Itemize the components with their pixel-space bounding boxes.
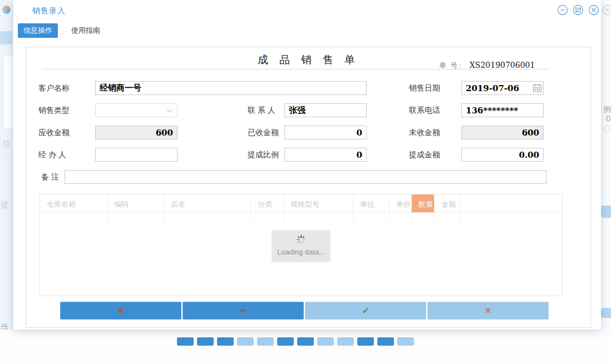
background-text: 信 <box>3 139 11 149</box>
spinner-icon <box>296 237 306 246</box>
cancel-button[interactable]: ✕ <box>427 302 549 320</box>
background-page-left: 信 提 当 <box>0 0 13 330</box>
form-row: 销售类型 联 系 人 联系电话 <box>26 99 590 122</box>
background-clock-icon <box>603 126 610 132</box>
received-amount-label: 已收金额 <box>248 128 279 138</box>
dialog-titlebar: 销售录入 <box>13 0 601 21</box>
form-row: 应收金额 已收金额 未收金额 <box>26 122 590 144</box>
order-number-value: XS20190706001 <box>470 61 535 69</box>
receivable-amount-input <box>95 126 178 139</box>
background-button-fragment <box>257 337 274 346</box>
background-button-fragment <box>177 337 194 346</box>
background-divider <box>2 176 13 177</box>
background-page-right: 例 0 <box>601 0 611 330</box>
background-button-fragment <box>237 337 254 346</box>
order-number-label: 单 号: <box>439 61 462 69</box>
sales-date-input[interactable] <box>461 81 544 95</box>
title-divider <box>42 69 549 69</box>
remark-input[interactable] <box>65 170 546 184</box>
screen: 信 提 当 例 0 销售录入 <box>0 0 611 364</box>
col-spec-model: 规格型号 <box>283 195 353 212</box>
commission-amount-input[interactable] <box>461 148 544 162</box>
sales-date-field <box>461 81 544 95</box>
dialog-title: 销售录入 <box>32 6 66 16</box>
col-code: 编码 <box>107 195 164 212</box>
app-logo-icon <box>2 6 11 14</box>
background-page-bottom <box>0 330 611 364</box>
handler-input[interactable] <box>95 148 178 162</box>
close-icon[interactable] <box>588 4 599 16</box>
background-button-fragment <box>197 337 214 346</box>
confirm-button[interactable]: ✓ <box>305 302 426 320</box>
form-row: 备 注 <box>26 166 590 188</box>
form-row: 客户名称 销售日期 <box>26 77 590 99</box>
background-divider <box>2 157 13 158</box>
tab-bar: 信息操作 使用指南 <box>18 23 106 38</box>
background-button-fragment <box>297 337 314 346</box>
background-text: 当 <box>0 322 8 330</box>
handler-label: 经 办 人 <box>38 150 66 160</box>
commission-ratio-input[interactable] <box>284 148 367 162</box>
col-category: 分类 <box>250 195 283 212</box>
col-amount: 金额 <box>434 195 459 212</box>
background-text: 提 <box>1 200 9 210</box>
background-button-fragment <box>397 337 414 346</box>
background-panel-edge <box>3 56 13 129</box>
background-divider <box>2 222 13 223</box>
background-button-edge <box>601 206 611 218</box>
sales-form-panel: 成 品 销 售 单 单 号: XS20190706001 客户名称 销售日期 <box>26 47 591 328</box>
remark-label: 备 注 <box>41 172 59 182</box>
background-divider <box>2 240 13 241</box>
commission-amount-label: 提成金额 <box>409 150 440 160</box>
contact-phone-label: 联系电话 <box>409 106 440 116</box>
sales-entry-dialog: 销售录入 信息操作 使用指南 成 品 销 售 单 单 号: XS201 <box>13 0 601 330</box>
background-close-icon <box>602 4 611 18</box>
background-button-fragment <box>217 337 234 346</box>
customer-name-label: 客户名称 <box>38 83 70 93</box>
minimize-icon[interactable] <box>557 4 568 16</box>
background-button-edge <box>601 308 611 318</box>
line-items-table: 仓库名称 编码 品名 分类 规格型号 单位 单价 数量 金额 <box>40 194 563 296</box>
table-header-row: 仓库名称 编码 品名 分类 规格型号 单位 单价 数量 金额 <box>40 195 562 213</box>
window-controls <box>557 4 599 16</box>
background-bottom-buttons <box>177 337 414 346</box>
loading-indicator: Loading data... <box>272 230 331 262</box>
restore-icon[interactable] <box>573 4 584 16</box>
table-empty-row <box>40 213 562 224</box>
tab-info-operation[interactable]: 信息操作 <box>18 23 58 38</box>
calendar-icon[interactable] <box>533 83 542 93</box>
background-button-fragment <box>357 337 374 346</box>
contact-phone-input[interactable] <box>461 103 544 117</box>
sales-date-label: 销售日期 <box>409 83 440 93</box>
background-button-fragment <box>317 337 334 346</box>
background-text: 0 <box>606 114 610 123</box>
sales-type-select[interactable] <box>95 103 178 117</box>
contact-person-label: 联 系 人 <box>248 106 275 116</box>
col-quantity: 数量 <box>411 195 434 212</box>
unreceived-amount-label: 未收金额 <box>409 128 440 138</box>
grid-toolbar: + − ✓ ✕ <box>60 302 549 320</box>
unreceived-amount-input <box>461 126 544 139</box>
sales-type-label: 销售类型 <box>38 106 70 116</box>
add-row-button[interactable]: + <box>60 302 181 320</box>
form-fields: 客户名称 销售日期 销售类型 <box>26 77 590 188</box>
background-text: 例 <box>603 104 611 114</box>
received-amount-input[interactable] <box>284 126 367 139</box>
background-button-fragment <box>277 337 294 346</box>
contact-person-input[interactable] <box>284 103 367 117</box>
col-product-name: 品名 <box>164 195 250 212</box>
tab-user-guide[interactable]: 使用指南 <box>66 23 106 38</box>
background-nav-chip <box>0 31 12 44</box>
commission-ratio-label: 提成比例 <box>248 150 279 160</box>
background-button-fragment <box>337 337 354 346</box>
loading-text: Loading data... <box>272 248 331 256</box>
customer-name-input[interactable] <box>95 81 367 95</box>
receivable-amount-label: 应收金额 <box>38 128 70 138</box>
col-warehouse-name: 仓库名称 <box>40 195 107 212</box>
remove-row-button[interactable]: − <box>183 302 304 320</box>
col-filler <box>459 195 562 212</box>
col-unit: 单位 <box>353 195 389 212</box>
form-row: 经 办 人 提成比例 提成金额 <box>26 144 590 166</box>
chevron-down-icon <box>167 107 173 113</box>
col-unit-price: 单价 <box>389 195 411 212</box>
